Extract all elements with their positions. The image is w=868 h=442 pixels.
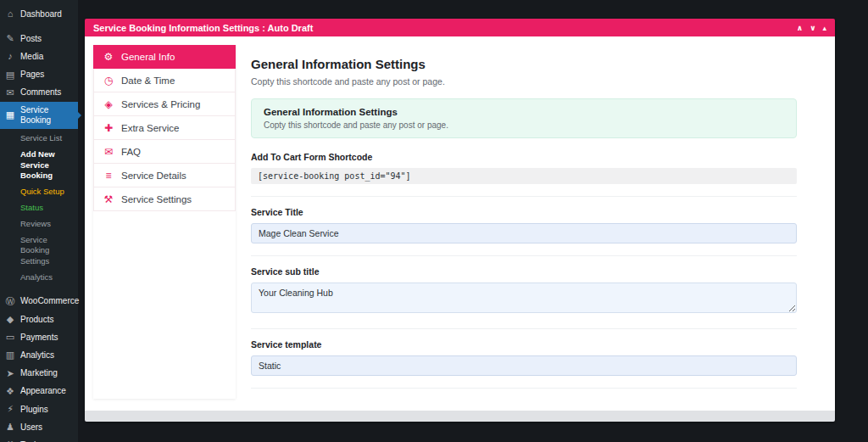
sidebar-item-appearance[interactable]: ❖ Appearance bbox=[0, 383, 78, 400]
info-box-title: General Information Settings bbox=[264, 107, 784, 117]
general-info-content: General Information Settings Copty this … bbox=[236, 45, 835, 399]
sidebar-item-label: Payments bbox=[20, 333, 58, 343]
panel-header: Service Booking Information Settings : A… bbox=[85, 19, 835, 36]
tab-faq[interactable]: ✉ FAQ bbox=[93, 140, 236, 164]
sidebar-item-pages[interactable]: ▤ Pages bbox=[0, 66, 78, 84]
service-booking-submenu: Service List Add New Service Booking Qui… bbox=[0, 129, 78, 293]
sidebar-item-label: Users bbox=[20, 422, 42, 433]
service-booking-settings-panel: Service Booking Information Settings : A… bbox=[85, 19, 835, 422]
tab-label: General Info bbox=[121, 52, 175, 62]
dashboard-icon: ⌂ bbox=[5, 8, 15, 20]
sidebar-item-label: Appearance bbox=[20, 386, 66, 396]
posts-icon: ✎ bbox=[5, 33, 15, 44]
tab-label: FAQ bbox=[121, 147, 141, 157]
wp-admin-sidebar: ⌂ Dashboard ✎ Posts ♪ Media ▤ Pages ✉ Co… bbox=[0, 0, 78, 442]
service-template-field-group: Service template bbox=[251, 339, 797, 376]
panel-footer bbox=[85, 411, 835, 422]
sidebar-item-payments[interactable]: ▭ Payments bbox=[0, 328, 78, 346]
sidebar-subitem-status[interactable]: Status bbox=[0, 200, 78, 216]
tab-label: Services & Pricing bbox=[121, 99, 200, 109]
sidebar-item-label: Media bbox=[20, 52, 43, 62]
sidebar-subitem-service-booking-settings[interactable]: Service Booking Settings bbox=[0, 232, 78, 270]
plugins-icon: ⚡ bbox=[5, 404, 15, 415]
sidebar-item-label: Marketing bbox=[20, 368, 58, 378]
sidebar-subitem-service-list[interactable]: Service List bbox=[0, 131, 78, 147]
service-template-label: Service template bbox=[251, 339, 797, 350]
tab-services-pricing[interactable]: ◈ Services & Pricing bbox=[93, 92, 236, 116]
sidebar-subitem-analytics[interactable]: Analytics bbox=[0, 270, 78, 286]
service-subtitle-field-group: Service sub title Your Cleaning Hub bbox=[251, 266, 797, 316]
shortcode-label: Add To Cart Form Shortcode bbox=[251, 152, 797, 162]
sidebar-item-media[interactable]: ♪ Media bbox=[0, 48, 78, 65]
sidebar-subitem-quick-setup[interactable]: Quick Setup bbox=[0, 184, 78, 200]
tab-label: Date & Time bbox=[121, 76, 175, 86]
pricing-icon: ◈ bbox=[103, 98, 114, 110]
main-area: Service Booking Information Settings : A… bbox=[78, 0, 868, 442]
page-title: General Information Settings bbox=[251, 57, 797, 71]
sidebar-item-label: WooCommerce bbox=[20, 296, 79, 306]
sidebar-subitem-add-new-service-booking[interactable]: Add New Service Booking bbox=[0, 147, 78, 184]
service-subtitle-textarea[interactable]: Your Cleaning Hub bbox=[251, 283, 797, 313]
media-icon: ♪ bbox=[5, 51, 15, 62]
service-booking-icon: ▦ bbox=[5, 109, 15, 120]
sidebar-item-label: Plugins bbox=[20, 405, 48, 415]
marketing-icon: ➤ bbox=[5, 368, 15, 379]
chevron-up-icon[interactable]: ∧ bbox=[797, 24, 803, 32]
tab-general-info[interactable]: ⚙ General Info bbox=[93, 45, 236, 69]
service-title-field-group: Service Title bbox=[251, 207, 797, 243]
sidebar-item-marketing[interactable]: ➤ Marketing bbox=[0, 365, 78, 383]
info-box-text: Copty this shortcode and paste any post … bbox=[264, 120, 784, 130]
sidebar-item-dashboard[interactable]: ⌂ Dashboard bbox=[0, 5, 78, 23]
chat-icon: ✉ bbox=[103, 146, 114, 158]
tools-icon: ⚒ bbox=[103, 193, 114, 205]
sidebar-item-products[interactable]: ◆ Products bbox=[0, 311, 78, 328]
caret-up-icon[interactable]: ▴ bbox=[822, 24, 826, 32]
tab-date-time[interactable]: ◷ Date & Time bbox=[93, 69, 236, 92]
divider bbox=[251, 196, 797, 197]
sidebar-item-tools[interactable]: ⚒ Tools bbox=[0, 436, 78, 442]
gear-icon: ⚙ bbox=[103, 51, 114, 63]
panel-title: Service Booking Information Settings : A… bbox=[93, 23, 313, 33]
clock-icon: ◷ bbox=[103, 75, 114, 87]
info-box: General Information Settings Copty this … bbox=[251, 98, 797, 138]
sidebar-item-label: Posts bbox=[20, 34, 42, 44]
sidebar-item-woocommerce[interactable]: Ⓦ WooCommerce bbox=[0, 293, 78, 311]
sidebar-item-users[interactable]: ♟ Users bbox=[0, 418, 78, 436]
pages-icon: ▤ bbox=[5, 70, 15, 81]
list-icon: ≡ bbox=[103, 170, 114, 182]
sidebar-item-label: Analytics bbox=[20, 350, 54, 361]
sidebar-item-label: Service Booking bbox=[20, 105, 73, 126]
sidebar-item-service-booking[interactable]: ▦ Service Booking bbox=[0, 102, 78, 129]
plus-icon: ✚ bbox=[103, 122, 114, 134]
shortcode-value[interactable]: [service-booking post_id="94"] bbox=[251, 168, 797, 184]
sidebar-item-plugins[interactable]: ⚡ Plugins bbox=[0, 400, 78, 418]
sidebar-item-label: Products bbox=[20, 315, 53, 325]
comments-icon: ✉ bbox=[5, 87, 15, 98]
divider bbox=[251, 328, 797, 329]
tab-label: Service Details bbox=[121, 171, 186, 181]
chevron-down-icon[interactable]: ∨ bbox=[810, 24, 815, 32]
sidebar-item-comments[interactable]: ✉ Comments bbox=[0, 84, 78, 102]
tab-label: Service Settings bbox=[121, 194, 192, 204]
shortcode-field-group: Add To Cart Form Shortcode [service-book… bbox=[251, 152, 797, 184]
tab-extra-service[interactable]: ✚ Extra Service bbox=[93, 116, 236, 140]
tab-service-settings[interactable]: ⚒ Service Settings bbox=[93, 187, 236, 211]
users-icon: ♟ bbox=[5, 422, 15, 433]
appearance-icon: ❖ bbox=[5, 386, 15, 397]
sidebar-item-label: Pages bbox=[20, 70, 44, 80]
panel-body: ⚙ General Info ◷ Date & Time ◈ Services … bbox=[85, 36, 835, 411]
sidebar-item-label: Comments bbox=[20, 87, 61, 98]
sidebar-item-label: Dashboard bbox=[20, 9, 62, 20]
service-template-input[interactable] bbox=[251, 355, 797, 376]
sidebar-subitem-reviews[interactable]: Reviews bbox=[0, 216, 78, 232]
service-title-input[interactable] bbox=[251, 223, 797, 243]
products-icon: ◆ bbox=[5, 314, 15, 325]
settings-tabs: ⚙ General Info ◷ Date & Time ◈ Services … bbox=[93, 45, 236, 399]
service-subtitle-label: Service sub title bbox=[251, 266, 797, 277]
sidebar-item-posts[interactable]: ✎ Posts bbox=[0, 30, 78, 48]
tab-label: Extra Service bbox=[121, 123, 179, 133]
tab-service-details[interactable]: ≡ Service Details bbox=[93, 164, 236, 187]
divider bbox=[251, 388, 797, 389]
woocommerce-icon: Ⓦ bbox=[5, 296, 15, 307]
sidebar-item-analytics[interactable]: ▥ Analytics bbox=[0, 346, 78, 364]
